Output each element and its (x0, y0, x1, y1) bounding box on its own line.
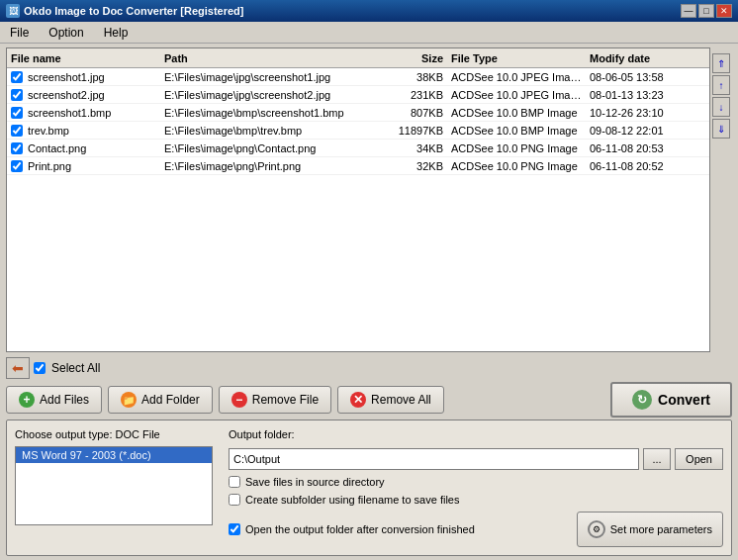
menu-help[interactable]: Help (98, 24, 135, 42)
cell-type: ACDSee 10.0 JPEG Image (447, 71, 586, 83)
cell-type: ACDSee 10.0 BMP Image (447, 107, 586, 119)
table-row: Print.png E:\Files\image\png\Print.png 3… (7, 157, 709, 175)
move-up-button[interactable]: ↑ (712, 75, 730, 95)
subfolder-row: Create subfolder using filename to save … (229, 494, 723, 506)
browse-button[interactable]: ... (643, 448, 671, 470)
cell-size: 32KB (393, 160, 447, 172)
row-checkbox[interactable] (11, 107, 23, 119)
type-option-doc[interactable]: MS Word 97 - 2003 (*.doc) (16, 447, 212, 463)
move-down-button[interactable]: ↓ (712, 97, 730, 117)
select-all-row: ⬅ Select All (6, 356, 732, 380)
cell-size: 38KB (393, 71, 447, 83)
convert-button[interactable]: ↻ Convert (610, 382, 732, 418)
side-arrows: ⇑ ↑ ↓ ⇓ (710, 47, 732, 352)
cell-size: 34KB (393, 142, 447, 154)
cell-type: ACDSee 10.0 PNG Image (447, 142, 586, 154)
file-list-container: File name Path Size File Type Modify dat… (6, 47, 710, 352)
cell-name: Print.png (7, 160, 160, 172)
add-files-button[interactable]: + Add Files (6, 386, 102, 414)
cell-date: 08-06-05 13:58 (586, 71, 699, 83)
cell-size: 11897KB (393, 125, 447, 137)
menu-option[interactable]: Option (43, 24, 89, 42)
back-button[interactable]: ⬅ (6, 357, 30, 379)
table-row: Contact.png E:\Files\image\png\Contact.p… (7, 140, 709, 157)
cell-type: ACDSee 10.0 PNG Image (447, 160, 586, 172)
cell-path: E:\Files\image\bmp\screenshot1.bmp (160, 107, 393, 119)
bottom-panel: Choose output type: DOC File MS Word 97 … (6, 420, 732, 556)
move-top-button[interactable]: ⇑ (712, 53, 730, 73)
row-checkbox[interactable] (11, 125, 23, 137)
menu-bar: File Option Help (0, 22, 738, 44)
type-listbox[interactable]: MS Word 97 - 2003 (*.doc) (15, 446, 213, 525)
subfolder-checkbox[interactable] (229, 494, 240, 506)
folder-path-input[interactable] (229, 448, 639, 470)
title-bar: 🖼 Okdo Image to Doc Converter [Registere… (0, 0, 738, 22)
row-checkbox[interactable] (11, 89, 23, 101)
table-row: screenshot2.jpg E:\Files\image\jpg\scree… (7, 86, 709, 104)
cell-name: trev.bmp (7, 125, 160, 137)
file-table-header: File name Path Size File Type Modify dat… (7, 48, 709, 68)
maximize-button[interactable]: □ (698, 4, 714, 18)
remove-all-button[interactable]: ✕ Remove All (337, 386, 444, 414)
cell-date: 08-01-13 13:23 (586, 89, 699, 101)
cell-path: E:\Files\image\bmp\trev.bmp (160, 125, 393, 137)
row-checkbox[interactable] (11, 142, 23, 154)
set-params-button[interactable]: ⚙ Set more parameters (577, 512, 723, 547)
remove-all-icon: ✕ (350, 392, 366, 408)
select-all-label: Select All (51, 361, 100, 375)
cell-type: ACDSee 10.0 JPEG Image (447, 89, 586, 101)
cell-name: screenshot1.jpg (7, 71, 160, 83)
cell-size: 807KB (393, 107, 447, 119)
cell-path: E:\Files\image\jpg\screenshot1.jpg (160, 71, 393, 83)
open-after-label: Open the output folder after conversion … (245, 523, 475, 535)
row-checkbox[interactable] (11, 160, 23, 172)
window-title: Okdo Image to Doc Converter [Registered] (24, 5, 244, 17)
action-row: + Add Files 📁 Add Folder − Remove File ✕… (6, 384, 732, 416)
window-controls: — □ ✕ (681, 4, 732, 18)
cell-path: E:\Files\image\png\Contact.png (160, 142, 393, 154)
table-row: screenshot1.jpg E:\Files\image\jpg\scree… (7, 68, 709, 86)
cell-name: Contact.png (7, 142, 160, 154)
remove-file-button[interactable]: − Remove File (219, 386, 331, 414)
open-folder-button[interactable]: Open (675, 448, 723, 470)
cell-date: 10-12-26 23:10 (586, 107, 699, 119)
folder-icon: 📁 (121, 392, 137, 408)
app-icon: 🖼 (6, 4, 20, 18)
output-folder-label: Output folder: (229, 428, 723, 440)
gear-icon: ⚙ (588, 520, 605, 538)
cell-path: E:\Files\image\png\Print.png (160, 160, 393, 172)
header-path: Path (160, 52, 393, 64)
cell-path: E:\Files\image\jpg\screenshot2.jpg (160, 89, 393, 101)
header-date: Modify date (586, 52, 699, 64)
subfolder-label: Create subfolder using filename to save … (245, 494, 459, 506)
header-size: Size (393, 52, 447, 64)
row-checkbox[interactable] (11, 71, 23, 83)
close-button[interactable]: ✕ (716, 4, 732, 18)
output-type-label: Choose output type: DOC File (15, 428, 213, 440)
folder-row: ... Open (229, 448, 723, 470)
save-source-label: Save files in source directory (245, 476, 385, 488)
convert-icon: ↻ (632, 390, 652, 410)
main-content: File name Path Size File Type Modify dat… (0, 44, 738, 560)
cell-type: ACDSee 10.0 BMP Image (447, 125, 586, 137)
open-after-checkbox[interactable] (229, 523, 240, 535)
minimize-button[interactable]: — (681, 4, 696, 18)
menu-file[interactable]: File (4, 24, 35, 42)
table-row: screenshot1.bmp E:\Files\image\bmp\scree… (7, 104, 709, 122)
cell-date: 09-08-12 22:01 (586, 125, 699, 137)
header-type: File Type (447, 52, 586, 64)
cell-date: 06-11-08 20:52 (586, 160, 699, 172)
move-bottom-button[interactable]: ⇓ (712, 119, 730, 139)
header-name: File name (7, 52, 160, 64)
cell-name: screenshot2.jpg (7, 89, 160, 101)
file-table-body: screenshot1.jpg E:\Files\image\jpg\scree… (7, 68, 709, 351)
save-source-row: Save files in source directory (229, 476, 723, 488)
table-row: trev.bmp E:\Files\image\bmp\trev.bmp 118… (7, 122, 709, 140)
select-all-checkbox[interactable] (34, 362, 46, 374)
save-source-checkbox[interactable] (229, 476, 240, 488)
add-icon: + (19, 392, 35, 408)
output-type-section: Choose output type: DOC File MS Word 97 … (15, 428, 213, 547)
remove-icon: − (231, 392, 247, 408)
cell-size: 231KB (393, 89, 447, 101)
add-folder-button[interactable]: 📁 Add Folder (108, 386, 213, 414)
